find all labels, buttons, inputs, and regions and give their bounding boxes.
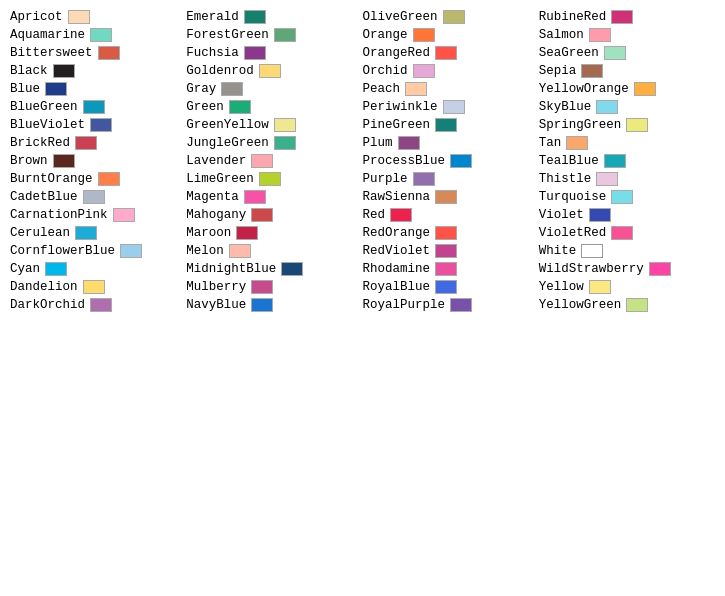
color-row: Rhodamine	[363, 260, 539, 278]
color-row: NavyBlue	[186, 296, 362, 314]
color-swatch	[413, 64, 435, 78]
column-3: RubineRedSalmonSeaGreenSepiaYellowOrange…	[539, 8, 715, 314]
color-row: SpringGreen	[539, 116, 715, 134]
color-name: Maroon	[186, 226, 231, 240]
color-name: Periwinkle	[363, 100, 438, 114]
color-swatch	[435, 226, 457, 240]
color-name: Rhodamine	[363, 262, 431, 276]
color-grid: ApricotAquamarineBittersweetBlackBlueBlu…	[10, 8, 715, 314]
color-swatch	[244, 190, 266, 204]
color-name: Emerald	[186, 10, 239, 24]
color-name: Lavender	[186, 154, 246, 168]
color-name: ProcessBlue	[363, 154, 446, 168]
color-row: Sepia	[539, 62, 715, 80]
color-name: Violet	[539, 208, 584, 222]
color-name: RedViolet	[363, 244, 431, 258]
color-name: RoyalBlue	[363, 280, 431, 294]
color-name: CornflowerBlue	[10, 244, 115, 258]
color-row: ForestGreen	[186, 26, 362, 44]
color-name: Brown	[10, 154, 48, 168]
color-swatch	[244, 46, 266, 60]
color-row: PineGreen	[363, 116, 539, 134]
color-row: WildStrawberry	[539, 260, 715, 278]
color-row: RoyalBlue	[363, 278, 539, 296]
color-name: CadetBlue	[10, 190, 78, 204]
color-name: YellowOrange	[539, 82, 629, 96]
color-name: BrickRed	[10, 136, 70, 150]
color-swatch	[90, 28, 112, 42]
color-row: Cyan	[10, 260, 186, 278]
color-swatch	[281, 262, 303, 276]
color-row: BlueViolet	[10, 116, 186, 134]
color-row: Mahogany	[186, 206, 362, 224]
color-row: CornflowerBlue	[10, 242, 186, 260]
color-swatch	[229, 100, 251, 114]
color-swatch	[45, 82, 67, 96]
color-swatch	[626, 298, 648, 312]
color-name: OrangeRed	[363, 46, 431, 60]
color-name: OliveGreen	[363, 10, 438, 24]
color-swatch	[98, 46, 120, 60]
color-swatch	[236, 226, 258, 240]
color-name: Cyan	[10, 262, 40, 276]
color-name: DarkOrchid	[10, 298, 85, 312]
color-swatch	[589, 28, 611, 42]
color-swatch	[435, 262, 457, 276]
color-name: Cerulean	[10, 226, 70, 240]
color-name: Orchid	[363, 64, 408, 78]
color-swatch	[435, 244, 457, 258]
color-name: Purple	[363, 172, 408, 186]
color-swatch	[405, 82, 427, 96]
color-name: Aquamarine	[10, 28, 85, 42]
color-row: Tan	[539, 134, 715, 152]
color-name: Melon	[186, 244, 224, 258]
color-row: ProcessBlue	[363, 152, 539, 170]
color-row: BurntOrange	[10, 170, 186, 188]
color-name: Red	[363, 208, 386, 222]
color-name: Salmon	[539, 28, 584, 42]
color-name: Fuchsia	[186, 46, 239, 60]
color-swatch	[581, 64, 603, 78]
color-swatch	[596, 172, 618, 186]
color-swatch	[83, 280, 105, 294]
color-name: TealBlue	[539, 154, 599, 168]
color-row: Goldenrod	[186, 62, 362, 80]
color-swatch	[626, 118, 648, 132]
color-row: Mulberry	[186, 278, 362, 296]
color-name: CarnationPink	[10, 208, 108, 222]
color-row: RoyalPurple	[363, 296, 539, 314]
color-name: Tan	[539, 136, 562, 150]
color-swatch	[611, 10, 633, 24]
color-row: Blue	[10, 80, 186, 98]
color-swatch	[581, 244, 603, 258]
color-name: White	[539, 244, 577, 258]
color-name: Sepia	[539, 64, 577, 78]
color-name: SkyBlue	[539, 100, 592, 114]
color-row: Thistle	[539, 170, 715, 188]
color-swatch	[589, 208, 611, 222]
color-name: RawSienna	[363, 190, 431, 204]
color-name: Mahogany	[186, 208, 246, 222]
color-row: RawSienna	[363, 188, 539, 206]
color-swatch	[443, 10, 465, 24]
color-row: BlueGreen	[10, 98, 186, 116]
color-row: Red	[363, 206, 539, 224]
color-name: BlueGreen	[10, 100, 78, 114]
color-row: Fuchsia	[186, 44, 362, 62]
color-row: Black	[10, 62, 186, 80]
color-name: Green	[186, 100, 224, 114]
color-swatch	[274, 28, 296, 42]
color-row: Purple	[363, 170, 539, 188]
color-swatch	[98, 172, 120, 186]
color-name: RoyalPurple	[363, 298, 446, 312]
color-row: OliveGreen	[363, 8, 539, 26]
color-row: VioletRed	[539, 224, 715, 242]
color-name: Yellow	[539, 280, 584, 294]
color-row: JungleGreen	[186, 134, 362, 152]
color-row: SeaGreen	[539, 44, 715, 62]
color-row: OrangeRed	[363, 44, 539, 62]
color-row: TealBlue	[539, 152, 715, 170]
color-swatch	[120, 244, 142, 258]
color-name: ForestGreen	[186, 28, 269, 42]
color-name: RubineRed	[539, 10, 607, 24]
